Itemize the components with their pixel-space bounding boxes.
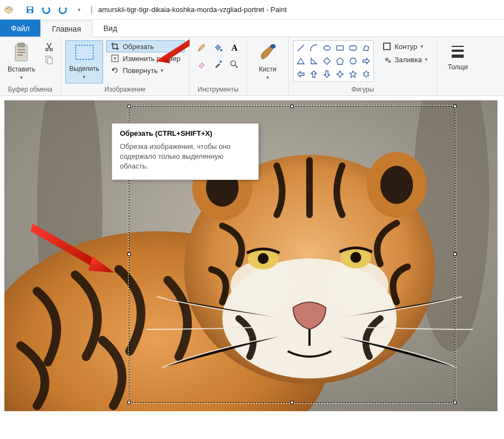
group-shapes: Контур ▾ Заливка ▾ Фигуры [289,37,437,95]
outline-icon [382,42,391,51]
shape-arrow-left[interactable] [295,68,307,80]
undo-button[interactable] [39,3,53,17]
shapes-gallery[interactable] [293,40,374,82]
rotate-icon [111,66,119,75]
shape-fill-button[interactable]: Заливка ▾ [378,53,432,65]
shape-polygon[interactable] [360,42,372,54]
tab-view[interactable]: Вид [93,20,128,37]
group-tools: A Инструменты [190,37,247,95]
paste-button[interactable]: Вставить▾ [4,40,39,83]
title-separator: | [90,5,93,15]
cut-button[interactable] [42,40,56,53]
selection-handle[interactable] [453,252,457,256]
window-title: amurskii-tigr-tigr-dikaia-koshka-morda-v… [98,5,287,14]
selection-handle[interactable] [290,401,294,404]
selection-handle[interactable] [453,401,457,404]
redo-button[interactable] [56,3,70,17]
thickness-icon [450,43,466,61]
selection-handle[interactable] [453,105,457,108]
selection-handle[interactable] [290,105,294,108]
quick-access-dropdown[interactable]: ▾ [72,3,86,17]
tool-magnifier[interactable] [227,57,242,72]
svg-point-19 [220,49,222,51]
shape-oval[interactable] [321,42,333,54]
svg-rect-16 [47,58,52,64]
shape-arrow-up[interactable] [308,68,320,80]
scissors-icon [44,42,54,52]
save-button[interactable] [23,3,37,17]
svg-rect-24 [337,46,343,50]
crop-tooltip: Обрезать (CTRL+SHIFT+X) Обрезка изображе… [112,123,259,180]
group-size: Толщи [437,37,478,95]
tooltip-title: Обрезать (CTRL+SHIFT+X) [120,129,251,137]
svg-rect-28 [452,46,464,47]
ribbon-tabs: Файл Главная Вид [0,20,504,37]
svg-rect-17 [76,45,93,59]
svg-point-4 [8,10,9,11]
tool-color-picker[interactable] [210,57,226,72]
brush-icon [258,43,277,63]
copy-icon [44,55,54,65]
svg-point-1 [7,8,8,9]
svg-point-21 [231,61,236,66]
selection-handle[interactable] [127,252,131,256]
app-icon [3,4,14,15]
group-clipboard: Вставить▾ Буфер обмена [0,37,61,95]
svg-rect-7 [28,10,32,13]
select-button[interactable]: Выделить▾ [65,40,103,83]
tooltip-body: Обрезка изображения, чтобы оно содержало… [120,142,251,172]
copy-button[interactable] [42,53,56,67]
group-label-clipboard: Буфер обмена [4,86,56,93]
shape-outline-button[interactable]: Контур ▾ [378,40,432,52]
shape-star6[interactable] [360,68,372,80]
svg-point-14 [50,49,52,51]
tools-grid: A [194,40,242,72]
shape-right-triangle[interactable] [308,55,320,67]
shape-arrow-right[interactable] [360,55,372,67]
brushes-button[interactable]: Кисти▾ [251,40,284,83]
tab-file[interactable]: Файл [0,20,40,37]
annotation-arrow-1 [151,34,195,67]
shape-diamond[interactable] [321,55,333,67]
shape-star5[interactable] [347,68,359,80]
selection-icon [72,43,96,63]
shape-pentagon[interactable] [334,55,346,67]
svg-point-20 [220,61,222,63]
svg-point-3 [10,9,11,10]
svg-point-23 [324,46,330,50]
shape-line[interactable] [295,42,307,54]
shape-hexagon[interactable] [347,55,359,67]
svg-point-22 [270,44,276,49]
svg-rect-9 [18,43,25,47]
ribbon: Вставить▾ Буфер обмена Выделить▾ [0,37,504,96]
shape-star4[interactable] [334,68,346,80]
svg-rect-29 [452,50,464,52]
shape-triangle[interactable] [295,55,307,67]
tool-pencil[interactable] [194,40,209,56]
annotation-arrow-2 [27,218,120,278]
tool-fill[interactable] [210,40,226,56]
titlebar: ▾ | amurskii-tigr-tigr-dikaia-koshka-mor… [0,0,504,20]
shape-roundrect[interactable] [347,42,359,54]
group-label-brushes [251,86,284,93]
size-button[interactable]: Толщи [441,40,474,73]
selection-handle[interactable] [127,105,131,108]
tool-text[interactable]: A [227,40,242,56]
svg-point-13 [46,49,48,51]
svg-point-27 [388,61,391,63]
svg-rect-10 [17,49,25,50]
tab-home[interactable]: Главная [40,20,92,37]
svg-rect-11 [17,52,25,53]
svg-rect-25 [350,46,356,50]
clipboard-icon [12,43,31,63]
tool-eraser[interactable] [194,57,209,72]
shape-arrow-down[interactable] [321,68,333,80]
svg-rect-6 [28,7,32,9]
shape-rect[interactable] [334,42,346,54]
group-brushes: Кисти▾ [247,37,289,95]
svg-rect-30 [452,55,464,58]
selection-handle[interactable] [127,401,131,404]
shape-curve[interactable] [308,42,320,54]
group-label-tools: Инструменты [194,86,242,93]
resize-icon [111,54,119,63]
